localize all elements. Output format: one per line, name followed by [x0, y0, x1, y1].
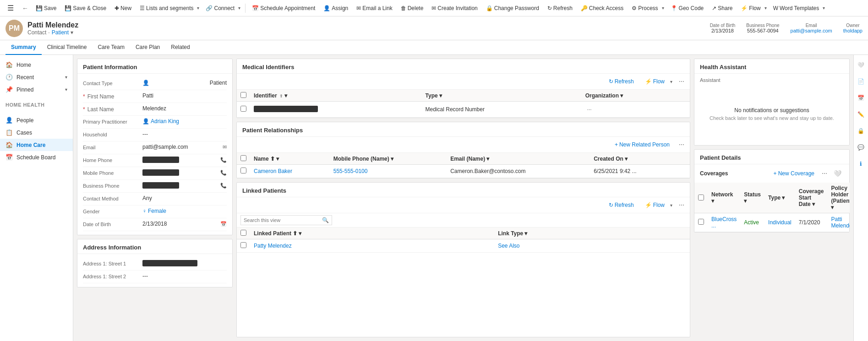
- linked-flow-button[interactable]: ⚡ Flow: [641, 200, 668, 210]
- sidebar-item-people[interactable]: 👤 People: [0, 114, 73, 126]
- patient-name: Patti Melendez: [27, 21, 78, 29]
- network-link[interactable]: BlueCross ...: [711, 216, 737, 229]
- rel-phone-filter[interactable]: ▾: [391, 156, 393, 162]
- check-access-button[interactable]: 🔑 Check Access: [578, 4, 626, 13]
- cov-check-all[interactable]: [698, 195, 704, 200]
- rel-created-filter[interactable]: ▾: [625, 156, 628, 162]
- sidebar-item-home-care[interactable]: 🏠 Home Care: [0, 139, 73, 151]
- medical-refresh-button[interactable]: ↻ Refresh: [605, 76, 638, 87]
- lists-button[interactable]: ☰ Lists and segments: [137, 4, 196, 13]
- save-button[interactable]: 💾 Save: [33, 4, 59, 13]
- coverage-more-button[interactable]: ⋯: [820, 168, 829, 179]
- linked-patient-sort[interactable]: ⬆: [293, 230, 297, 237]
- medical-flow-button[interactable]: ⚡ Flow: [641, 76, 668, 87]
- flow-button[interactable]: ⚡ Flow: [738, 4, 763, 13]
- lists-arrow[interactable]: ▾: [196, 4, 200, 12]
- geo-code-button[interactable]: 📍 Geo Code: [668, 4, 707, 13]
- right-info-button[interactable]: ℹ: [855, 157, 868, 170]
- linked-refresh-button[interactable]: ↻ Refresh: [605, 200, 638, 210]
- tab-care-plan[interactable]: Care Plan: [130, 40, 165, 55]
- search-input[interactable]: [244, 217, 322, 223]
- linked-more-button[interactable]: ⋯: [677, 200, 686, 210]
- email-action-icon[interactable]: ✉: [223, 144, 227, 150]
- back-button[interactable]: ←: [20, 3, 30, 14]
- cov-type-filter[interactable]: ▾: [782, 195, 785, 201]
- linked-type-link[interactable]: See Also: [498, 243, 654, 249]
- right-edit-button[interactable]: ✏️: [855, 108, 868, 121]
- word-templates-arrow[interactable]: ▾: [822, 4, 826, 12]
- connect-button[interactable]: 🔗 Connect: [203, 4, 237, 13]
- save-close-button[interactable]: 💾 Save & Close: [62, 4, 109, 13]
- share-button[interactable]: ↗ Share: [709, 4, 735, 13]
- rel-name-filter[interactable]: ▾: [276, 156, 279, 162]
- linked-row-checkbox[interactable]: [240, 242, 246, 248]
- right-document-button[interactable]: 📄: [855, 75, 868, 88]
- new-button[interactable]: ✚ New: [112, 4, 134, 13]
- word-templates-button[interactable]: W Word Templates: [770, 4, 822, 13]
- cov-network-filter[interactable]: ▾: [711, 198, 714, 204]
- medical-more-button[interactable]: ⋯: [677, 76, 686, 87]
- rel-email-filter[interactable]: ▾: [486, 156, 489, 162]
- right-heart-button[interactable]: 🤍: [855, 59, 868, 71]
- owner-value[interactable]: tholdapp: [843, 28, 863, 33]
- type-link[interactable]: Individual: [768, 219, 792, 226]
- cov-row-checkbox[interactable]: [698, 219, 704, 225]
- tab-summary[interactable]: Summary: [5, 40, 42, 55]
- email-value[interactable]: patti@sample.com: [791, 28, 832, 33]
- tab-related[interactable]: Related: [165, 40, 195, 55]
- cov-holder-filter[interactable]: ▾: [831, 204, 834, 211]
- relationships-more-button[interactable]: ⋯: [677, 140, 686, 150]
- process-arrow[interactable]: ▾: [661, 4, 665, 12]
- coverage-heart-button[interactable]: 🤍: [831, 167, 844, 180]
- delete-button[interactable]: 🗑 Delete: [398, 4, 426, 13]
- tab-care-team[interactable]: Care Team: [92, 40, 130, 55]
- sidebar-item-home[interactable]: 🏠 Home: [0, 59, 73, 71]
- linked-check-all[interactable]: [240, 230, 246, 236]
- create-invitation-button[interactable]: ✉ Create Invitation: [429, 4, 480, 13]
- tab-clinical-timeline[interactable]: Clinical Timeline: [42, 40, 93, 55]
- sidebar-item-recent[interactable]: 🕐 Recent ▾: [0, 71, 73, 83]
- schedule-button[interactable]: 📅 Schedule Appointment: [249, 4, 318, 13]
- identifier-sort-icon[interactable]: ⬆: [279, 94, 283, 98]
- rel-row-checkbox[interactable]: [240, 168, 246, 173]
- new-related-button[interactable]: + New Related Person: [611, 140, 673, 150]
- business-phone-icon[interactable]: 📞: [220, 183, 227, 189]
- rel-phone-link[interactable]: 555-555-0100: [333, 168, 443, 174]
- med-row-more-btn[interactable]: ···: [585, 104, 594, 114]
- mobile-phone-icon[interactable]: 📞: [220, 170, 227, 176]
- connect-arrow[interactable]: ▾: [237, 4, 241, 12]
- dob-calendar-icon[interactable]: 📅: [220, 221, 227, 227]
- email-link-button[interactable]: ✉ Email a Link: [354, 4, 395, 13]
- right-lock-button[interactable]: 🔒: [855, 124, 868, 137]
- assign-button[interactable]: 👤 Assign: [321, 4, 351, 13]
- sidebar-item-cases[interactable]: 📋 Cases: [0, 126, 73, 139]
- medical-flow-arrow[interactable]: ▾: [669, 78, 673, 86]
- holder-link[interactable]: Patti Melendez: [831, 216, 850, 229]
- process-button[interactable]: ⚙ Process: [629, 4, 661, 13]
- med-check-all[interactable]: [240, 92, 246, 98]
- sidebar-item-pinned[interactable]: 📌 Pinned ▾: [0, 83, 73, 96]
- linked-patient-filter[interactable]: ▾: [299, 230, 301, 237]
- hamburger-button[interactable]: ☰: [4, 2, 17, 14]
- practitioner-link[interactable]: 👤 Adrian King: [142, 118, 179, 124]
- cov-status-filter[interactable]: ▾: [744, 198, 747, 204]
- rel-name-sort[interactable]: ⬆: [270, 156, 275, 162]
- right-calendar-button[interactable]: 📅: [855, 92, 868, 104]
- linked-type-filter[interactable]: ▾: [524, 230, 527, 237]
- home-phone-icon[interactable]: 📞: [220, 157, 227, 163]
- sidebar-item-schedule-board[interactable]: 📅 Schedule Board: [0, 151, 73, 163]
- change-password-button[interactable]: 🔒 Change Password: [483, 4, 542, 13]
- linked-patient-link[interactable]: Patty Melendez: [254, 243, 491, 249]
- rel-name-link[interactable]: Cameron Baker: [254, 168, 326, 174]
- identifier-filter-icon[interactable]: ▾: [284, 92, 287, 99]
- linked-flow-arrow[interactable]: ▾: [669, 201, 673, 209]
- right-chat-button[interactable]: 💬: [855, 141, 868, 154]
- new-coverage-button[interactable]: + New Coverage: [770, 168, 818, 179]
- type-filter-icon[interactable]: ▾: [439, 92, 442, 99]
- refresh-button[interactable]: ↻ Refresh: [545, 4, 575, 13]
- rel-check-all[interactable]: [240, 155, 246, 161]
- flow-arrow[interactable]: ▾: [764, 4, 768, 12]
- org-filter-icon[interactable]: ▾: [620, 92, 623, 99]
- med-row-checkbox[interactable]: [240, 106, 246, 112]
- cov-date-filter[interactable]: ▾: [812, 201, 815, 207]
